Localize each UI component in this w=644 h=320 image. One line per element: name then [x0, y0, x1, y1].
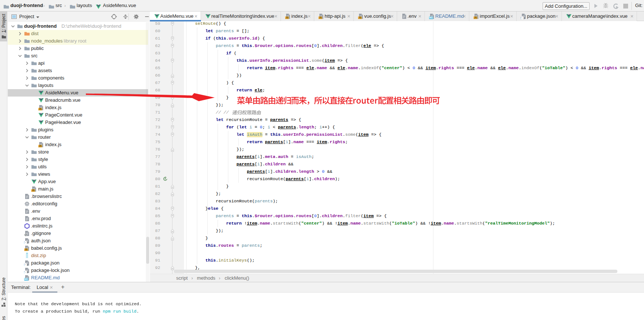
svg-text:{·}: {·}: [521, 17, 525, 19]
svg-text:JS: JS: [31, 189, 35, 192]
svg-text:MD: MD: [429, 16, 433, 19]
svg-text:JS: JS: [38, 145, 42, 147]
svg-text:JS: JS: [285, 16, 289, 19]
svg-text:{·}: {·}: [24, 271, 28, 273]
svg-text:MD: MD: [24, 278, 28, 280]
svg-text:JS: JS: [319, 16, 322, 19]
svg-text:JS: JS: [358, 16, 362, 19]
svg-text:{·}: {·}: [24, 241, 28, 244]
svg-text:JS: JS: [38, 108, 42, 110]
svg-text:{·}: {·}: [24, 263, 28, 266]
svg-text:JS: JS: [24, 248, 28, 251]
svg-text:JS: JS: [474, 16, 477, 19]
